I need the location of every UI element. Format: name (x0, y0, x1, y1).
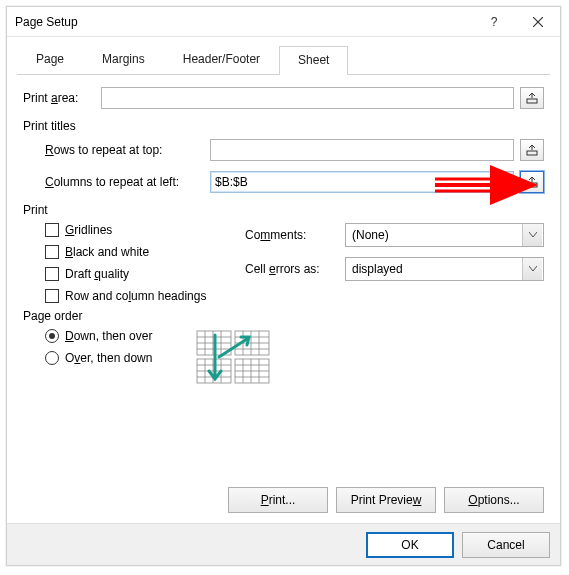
cancel-button[interactable]: Cancel (462, 532, 550, 558)
ok-button[interactable]: OK (366, 532, 454, 558)
rowcol-label: Row and column headings (65, 289, 206, 303)
bw-label: Black and white (65, 245, 149, 259)
draft-label: Draft quality (65, 267, 129, 281)
cellerrors-row: Cell errors as: displayed (245, 257, 544, 281)
checkbox-icon (45, 267, 59, 281)
rows-repeat-label: Rows to repeat at top: (45, 143, 210, 157)
print-area-input[interactable] (101, 87, 514, 109)
gridlines-label: Gridlines (65, 223, 112, 237)
tab-margins[interactable]: Margins (83, 45, 164, 74)
comments-row: Comments: (None) (245, 223, 544, 247)
gridlines-checkbox-row[interactable]: Gridlines (45, 223, 245, 237)
print-section-title: Print (23, 203, 544, 217)
print-section: Print Gridlines Black and white (23, 203, 544, 303)
page-order-title: Page order (23, 309, 544, 323)
chevron-down-icon (522, 258, 542, 280)
checkbox-icon (45, 245, 59, 259)
dialog-footer: OK Cancel (7, 523, 560, 565)
svg-rect-3 (527, 151, 537, 155)
bw-checkbox-row[interactable]: Black and white (45, 245, 245, 259)
print-area-row: Print area: (23, 87, 544, 109)
print-titles-title: Print titles (23, 119, 544, 133)
cellerrors-value: displayed (352, 262, 403, 276)
chevron-down-icon (522, 224, 542, 246)
svg-rect-2 (527, 99, 537, 103)
collapse-dialog-icon (526, 92, 538, 104)
tab-header-footer[interactable]: Header/Footer (164, 45, 279, 74)
print-button[interactable]: Print... (228, 487, 328, 513)
comments-dropdown[interactable]: (None) (345, 223, 544, 247)
down-then-over-radio[interactable]: Down, then over (45, 329, 195, 343)
help-button[interactable]: ? (472, 7, 516, 37)
checkbox-icon (45, 223, 59, 237)
svg-rect-4 (527, 183, 537, 187)
page-order-preview (195, 329, 275, 385)
page-order-preview-icon (195, 329, 275, 385)
down-over-label: Down, then over (65, 329, 152, 343)
options-button[interactable]: Options... (444, 487, 544, 513)
cols-repeat-label: Columns to repeat at left: (45, 175, 210, 189)
checkbox-icon (45, 289, 59, 303)
cols-repeat-collapse-button[interactable] (520, 171, 544, 193)
tab-strip: Page Margins Header/Footer Sheet (17, 45, 550, 75)
tab-page[interactable]: Page (17, 45, 83, 74)
titlebar: Page Setup ? (7, 7, 560, 37)
page-setup-dialog: Page Setup ? Page Margins Header/Footer … (6, 6, 561, 566)
action-buttons-row: Print... Print Preview Options... (17, 481, 550, 517)
print-titles-section: Print titles Rows to repeat at top: Colu… (23, 119, 544, 193)
cols-repeat-input[interactable] (210, 171, 514, 193)
draft-checkbox-row[interactable]: Draft quality (45, 267, 245, 281)
radio-icon (45, 329, 59, 343)
cellerrors-label: Cell errors as: (245, 262, 345, 276)
print-area-label: Print area: (23, 91, 101, 105)
radio-icon (45, 351, 59, 365)
comments-label: Comments: (245, 228, 345, 242)
rows-repeat-collapse-button[interactable] (520, 139, 544, 161)
print-area-collapse-button[interactable] (520, 87, 544, 109)
rows-repeat-row: Rows to repeat at top: (45, 139, 544, 161)
dialog-body: Page Margins Header/Footer Sheet Print a… (7, 37, 560, 523)
collapse-dialog-icon (526, 144, 538, 156)
cellerrors-dropdown[interactable]: displayed (345, 257, 544, 281)
dialog-title: Page Setup (15, 15, 472, 29)
rowcol-checkbox-row[interactable]: Row and column headings (45, 289, 245, 303)
tab-sheet[interactable]: Sheet (279, 46, 348, 75)
cols-repeat-row: Columns to repeat at left: (45, 171, 544, 193)
over-then-down-radio[interactable]: Over, then down (45, 351, 195, 365)
comments-value: (None) (352, 228, 389, 242)
close-icon (533, 17, 543, 27)
print-preview-button[interactable]: Print Preview (336, 487, 436, 513)
rows-repeat-input[interactable] (210, 139, 514, 161)
close-button[interactable] (516, 7, 560, 37)
collapse-dialog-icon (526, 176, 538, 188)
over-down-label: Over, then down (65, 351, 152, 365)
page-order-section: Page order Down, then over Over, then do… (23, 309, 544, 385)
sheet-tab-content: Print area: Print titles Rows to repeat … (17, 75, 550, 481)
